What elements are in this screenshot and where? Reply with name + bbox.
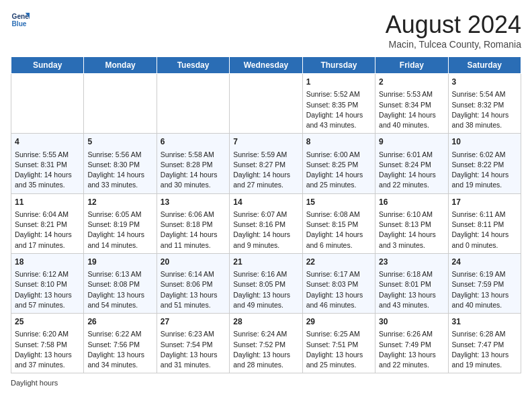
day-number: 2	[379, 77, 444, 88]
day-content-line: Sunset: 8:10 PM	[15, 279, 80, 289]
day-number: 4	[15, 136, 80, 148]
calendar-cell: 10Sunrise: 6:02 AMSunset: 8:22 PMDayligh…	[448, 134, 521, 193]
day-header-tuesday: Tuesday	[157, 57, 229, 74]
day-content-line: Sunset: 8:22 PM	[452, 160, 517, 170]
day-content-line: Sunset: 8:34 PM	[379, 100, 444, 110]
day-content-line: Sunrise: 6:12 AM	[15, 269, 80, 279]
day-header-wednesday: Wednesday	[230, 57, 302, 74]
calendar-cell	[11, 74, 84, 134]
day-number: 25	[15, 316, 80, 328]
calendar-cell: 11Sunrise: 6:04 AMSunset: 8:21 PMDayligh…	[11, 193, 84, 253]
calendar-header: SundayMondayTuesdayWednesdayThursdayFrid…	[11, 57, 521, 74]
day-content-line: Daylight: 14 hours and 27 minutes.	[233, 170, 298, 190]
daylight-hours-label: Daylight hours	[11, 379, 58, 387]
calendar-cell: 14Sunrise: 6:07 AMSunset: 8:16 PMDayligh…	[230, 193, 302, 253]
day-content-line: Sunrise: 6:14 AM	[161, 269, 226, 279]
day-content-line: Daylight: 13 hours and 28 minutes.	[233, 350, 298, 370]
day-content-line: Sunrise: 6:18 AM	[379, 269, 444, 279]
day-content-line: Daylight: 14 hours and 30 minutes.	[161, 170, 226, 190]
page-header: General Blue August 2024 Macin, Tulcea C…	[11, 11, 521, 50]
day-content-line: Sunrise: 6:23 AM	[161, 329, 226, 339]
calendar-cell	[84, 74, 157, 134]
calendar-cell: 3Sunrise: 5:54 AMSunset: 8:32 PMDaylight…	[448, 74, 521, 134]
day-content-line: Sunset: 7:47 PM	[452, 340, 517, 350]
day-content-line: Daylight: 14 hours and 9 minutes.	[233, 230, 298, 250]
calendar-cell: 12Sunrise: 6:05 AMSunset: 8:19 PMDayligh…	[84, 193, 157, 253]
day-content-line: Sunset: 8:15 PM	[306, 220, 371, 230]
day-content-line: Sunset: 7:51 PM	[306, 340, 371, 350]
day-content-line: Sunrise: 6:10 AM	[379, 210, 444, 220]
day-number: 5	[87, 136, 152, 148]
day-number: 13	[161, 197, 226, 208]
calendar-cell: 31Sunrise: 6:28 AMSunset: 7:47 PMDayligh…	[448, 314, 521, 373]
day-number: 12	[87, 197, 152, 208]
day-content-line: Sunset: 8:28 PM	[161, 160, 226, 170]
calendar-cell: 5Sunrise: 5:56 AMSunset: 8:30 PMDaylight…	[84, 134, 157, 193]
day-header-thursday: Thursday	[302, 57, 375, 74]
day-number: 28	[233, 316, 298, 328]
calendar-cell: 16Sunrise: 6:10 AMSunset: 8:13 PMDayligh…	[375, 193, 448, 253]
day-content-line: Sunrise: 6:00 AM	[306, 150, 371, 160]
day-content-line: Sunrise: 5:53 AM	[379, 89, 444, 99]
day-content-line: Daylight: 14 hours and 25 minutes.	[306, 170, 371, 190]
day-number: 30	[379, 316, 444, 328]
day-number: 14	[233, 197, 298, 208]
day-content-line: Sunrise: 6:06 AM	[161, 210, 226, 220]
day-number: 11	[15, 197, 80, 208]
day-content-line: Daylight: 14 hours and 19 minutes.	[452, 170, 517, 190]
day-number: 18	[15, 257, 80, 268]
day-content-line: Sunset: 8:31 PM	[15, 160, 80, 170]
day-number: 10	[452, 136, 517, 148]
day-number: 15	[306, 197, 371, 208]
day-content-line: Sunrise: 6:26 AM	[379, 329, 444, 339]
day-content-line: Sunrise: 5:58 AM	[161, 150, 226, 160]
day-content-line: Sunset: 8:13 PM	[379, 220, 444, 230]
calendar-cell: 30Sunrise: 6:26 AMSunset: 7:49 PMDayligh…	[375, 314, 448, 373]
day-content-line: Sunset: 8:16 PM	[233, 220, 298, 230]
day-content-line: Sunset: 8:08 PM	[87, 279, 152, 289]
calendar-cell: 24Sunrise: 6:19 AMSunset: 7:59 PMDayligh…	[448, 253, 521, 313]
day-content-line: Daylight: 13 hours and 49 minutes.	[233, 290, 298, 310]
day-header-monday: Monday	[84, 57, 157, 74]
day-content-line: Daylight: 13 hours and 37 minutes.	[15, 350, 80, 370]
day-content-line: Daylight: 14 hours and 3 minutes.	[379, 230, 444, 250]
calendar-cell: 17Sunrise: 6:11 AMSunset: 8:11 PMDayligh…	[448, 193, 521, 253]
day-content-line: Sunrise: 6:11 AM	[452, 210, 517, 220]
title-block: August 2024 Macin, Tulcea County, Romani…	[386, 11, 521, 50]
day-content-line: Daylight: 14 hours and 35 minutes.	[15, 170, 80, 190]
day-content-line: Sunrise: 6:13 AM	[87, 269, 152, 279]
day-content-line: Sunset: 7:56 PM	[87, 340, 152, 350]
day-number: 19	[87, 257, 152, 268]
day-content-line: Sunrise: 6:16 AM	[233, 269, 298, 279]
day-header-sunday: Sunday	[11, 57, 84, 74]
day-content-line: Sunrise: 6:02 AM	[452, 150, 517, 160]
day-number: 9	[379, 136, 444, 148]
day-content-line: Sunset: 8:30 PM	[87, 160, 152, 170]
calendar-cell: 8Sunrise: 6:00 AMSunset: 8:25 PMDaylight…	[302, 134, 375, 193]
calendar-cell: 23Sunrise: 6:18 AMSunset: 8:01 PMDayligh…	[375, 253, 448, 313]
day-content-line: Sunrise: 5:59 AM	[233, 150, 298, 160]
day-content-line: Daylight: 14 hours and 11 minutes.	[161, 230, 226, 250]
day-content-line: Daylight: 14 hours and 33 minutes.	[87, 170, 152, 190]
day-content-line: Sunset: 8:03 PM	[306, 279, 371, 289]
calendar-cell: 15Sunrise: 6:08 AMSunset: 8:15 PMDayligh…	[302, 193, 375, 253]
calendar-cell: 1Sunrise: 5:52 AMSunset: 8:35 PMDaylight…	[302, 74, 375, 134]
day-content-line: Sunset: 7:52 PM	[233, 340, 298, 350]
calendar-cell: 7Sunrise: 5:59 AMSunset: 8:27 PMDaylight…	[230, 134, 302, 193]
day-content-line: Daylight: 14 hours and 22 minutes.	[379, 170, 444, 190]
day-content-line: Daylight: 13 hours and 22 minutes.	[379, 350, 444, 370]
day-number: 6	[161, 136, 226, 148]
day-content-line: Sunrise: 6:04 AM	[15, 210, 80, 220]
day-content-line: Sunset: 8:11 PM	[452, 220, 517, 230]
day-number: 21	[233, 257, 298, 268]
calendar-cell: 20Sunrise: 6:14 AMSunset: 8:06 PMDayligh…	[157, 253, 229, 313]
day-content-line: Sunset: 8:06 PM	[161, 279, 226, 289]
calendar-cell: 29Sunrise: 6:25 AMSunset: 7:51 PMDayligh…	[302, 314, 375, 373]
day-number: 8	[306, 136, 371, 148]
day-content-line: Sunset: 8:27 PM	[233, 160, 298, 170]
day-content-line: Sunrise: 6:01 AM	[379, 150, 444, 160]
location-subtitle: Macin, Tulcea County, Romania	[386, 39, 521, 50]
day-number: 23	[379, 257, 444, 268]
day-content-line: Daylight: 14 hours and 14 minutes.	[87, 230, 152, 250]
calendar-cell: 25Sunrise: 6:20 AMSunset: 7:58 PMDayligh…	[11, 314, 84, 373]
